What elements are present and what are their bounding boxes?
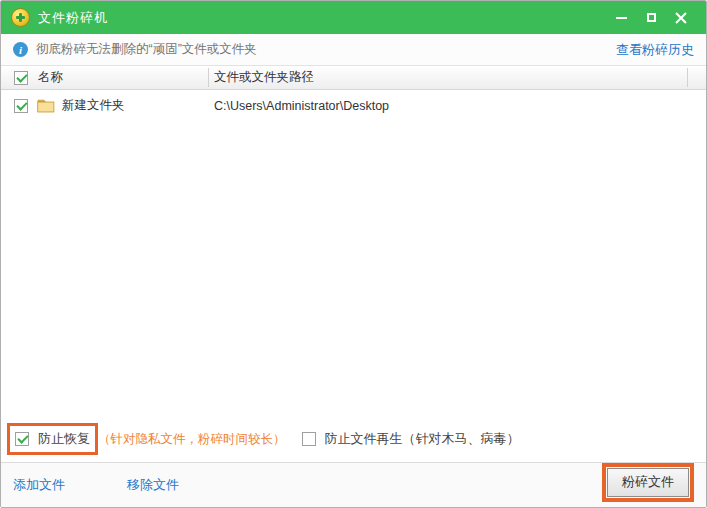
row-file-path: C:\Users\Administrator\Desktop [214, 99, 389, 113]
footer-bar: 添加文件 移除文件 粉碎文件 [1, 462, 706, 507]
shred-button-highlight-box: 粉碎文件 [602, 463, 694, 502]
app-coin-icon [11, 8, 30, 27]
prevent-recovery-note: （针对隐私文件，粉碎时间较长） [98, 431, 286, 448]
column-divider-end [687, 68, 688, 87]
minimize-icon [616, 17, 627, 19]
maximize-icon [647, 13, 656, 22]
close-button[interactable] [666, 6, 696, 30]
prevent-recovery-label[interactable]: 防止恢复 [38, 430, 90, 448]
titlebar: 文件粉碎机 [1, 1, 706, 34]
column-header-name: 名称 [38, 69, 63, 86]
row-file-name: 新建文件夹 [62, 97, 125, 114]
table-header: 名称 文件或文件夹路径 [1, 65, 706, 90]
prevent-regeneration-option: 防止文件再生（针对木马、病毒） [302, 430, 520, 448]
file-shredder-window: 文件粉碎机 彻底粉碎无法删除的“顽固”文件或文件夹 查看粉碎历史 名称 文件或文… [0, 0, 707, 508]
shred-files-button[interactable]: 粉碎文件 [607, 468, 689, 497]
window-controls [606, 6, 696, 30]
row-checkbox[interactable] [14, 99, 28, 113]
folder-icon [37, 98, 55, 113]
table-row[interactable]: 新建文件夹 C:\Users\Administrator\Desktop [1, 90, 706, 121]
info-bar: 彻底粉碎无法删除的“顽固”文件或文件夹 查看粉碎历史 [1, 34, 706, 65]
column-divider [208, 68, 209, 87]
add-files-link[interactable]: 添加文件 [13, 476, 65, 494]
maximize-button[interactable] [636, 6, 666, 30]
close-icon [675, 12, 687, 24]
info-icon [13, 42, 28, 57]
file-list-empty-area [1, 121, 706, 422]
remove-files-link[interactable]: 移除文件 [127, 476, 179, 494]
window-title: 文件粉碎机 [38, 9, 108, 27]
prevent-recovery-checkbox[interactable] [15, 432, 29, 446]
prevent-regeneration-label[interactable]: 防止文件再生（针对木马、病毒） [325, 430, 520, 448]
options-row: 防止恢复 （针对隐私文件，粉碎时间较长） 防止文件再生（针对木马、病毒） [1, 422, 706, 462]
column-header-path: 文件或文件夹路径 [214, 69, 314, 86]
info-message: 彻底粉碎无法删除的“顽固”文件或文件夹 [36, 41, 257, 58]
select-all-checkbox[interactable] [14, 71, 28, 85]
prevent-regeneration-checkbox[interactable] [302, 432, 316, 446]
minimize-button[interactable] [606, 6, 636, 30]
view-shred-history-link[interactable]: 查看粉碎历史 [616, 41, 694, 59]
prevent-recovery-highlight-box: 防止恢复 [7, 423, 98, 455]
